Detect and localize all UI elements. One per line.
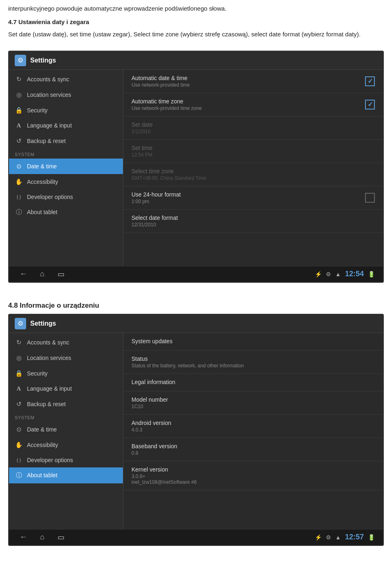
sidebar-label-backup: Backup & reset — [27, 138, 66, 144]
sidebar2-item-location[interactable]: ◎ Location services — [9, 350, 123, 366]
setting-text-sys-updates: System updates — [131, 338, 375, 345]
recents-button-2[interactable]: ▭ — [55, 532, 67, 543]
security-icon: 🔒 — [15, 107, 23, 114]
battery-icon-1: 🔋 — [368, 271, 375, 277]
sidebar2-label-location: Location services — [27, 355, 71, 361]
setting-text-model: Model number 1C10 — [131, 396, 375, 409]
sidebar2-label-datetime: Date & time — [27, 426, 57, 433]
sidebar2-item-security[interactable]: 🔒 Security — [9, 366, 123, 381]
sidebar2-label-language: Language & input — [27, 385, 72, 392]
sidebar-label-language: Language & input — [27, 122, 72, 129]
sidebar2-item-backup[interactable]: ↺ Backup & reset — [9, 396, 123, 412]
setting-set-time: Set time 12:54 PM — [123, 140, 383, 163]
bottom-right-1: ⚡ ⚙ ▲ 12:54 🔋 — [315, 270, 375, 278]
sidebar2-item-about[interactable]: ⓘ About tablet — [9, 467, 123, 483]
intro-paragraph1: interpunkcyjnego powoduje automatyczne w… — [8, 4, 384, 13]
developer-icon: { } — [15, 194, 23, 199]
recents-button-1[interactable]: ▭ — [55, 269, 67, 279]
setting-android[interactable]: Android version 4.0.3 — [123, 415, 383, 438]
sidebar-label-location: Location services — [27, 92, 71, 98]
setting-text-legal: Legal information — [131, 379, 375, 386]
kernel-title: Kernel version — [131, 466, 375, 473]
sidebar-item-accessibility[interactable]: ✋ Accessibility — [9, 174, 123, 190]
sidebar2-item-developer[interactable]: { } Developer options — [9, 453, 123, 467]
sidebar2-item-accessibility[interactable]: ✋ Accessibility — [9, 437, 123, 453]
sidebar-label-accessibility: Accessibility — [27, 179, 58, 185]
baseband-title: Baseband version — [131, 443, 375, 449]
wifi-icon-2: ▲ — [335, 534, 341, 541]
location2-icon: ◎ — [15, 354, 23, 362]
setting-text-status: Status Status of the battery, network, a… — [131, 355, 375, 369]
setting-text-date-format: Select date format 12/31/2010 — [131, 215, 375, 228]
about-icon: ⓘ — [15, 208, 23, 216]
auto-tz-subtitle: Use network-provided time zone — [131, 105, 361, 111]
bottom-right-2: ⚡ ⚙ ▲ 12:57 🔋 — [315, 533, 375, 541]
sidebar-item-location[interactable]: ◎ Location services — [9, 87, 123, 103]
home-button-1[interactable]: ⌂ — [38, 269, 47, 279]
sidebar2-item-language[interactable]: A Language & input — [9, 381, 123, 396]
sidebar-item-language[interactable]: A Language & input — [9, 118, 123, 133]
backup-icon: ↺ — [15, 137, 23, 145]
back-button-1[interactable]: ← — [17, 269, 29, 279]
24hr-checkbox[interactable] — [365, 193, 375, 203]
system2-section-label: SYSTEM — [9, 412, 123, 422]
setting-auto-date-time[interactable]: Automatic date & time Use network-provid… — [123, 70, 383, 93]
setting-auto-timezone[interactable]: Automatic time zone Use network-provided… — [123, 93, 383, 116]
sidebar-item-datetime[interactable]: ⊙ Date & time — [9, 159, 123, 174]
24hr-title: Use 24-hour format — [131, 191, 361, 198]
set-date-subtitle: 1/1/2010 — [131, 129, 375, 134]
bottom-nav-1: ← ⌂ ▭ — [17, 269, 67, 279]
setting-kernel[interactable]: Kernel version 3.0.8+ inet_lzw108@InetSo… — [123, 461, 383, 490]
sidebar2-item-accounts[interactable]: ↻ Accounts & sync — [9, 335, 123, 350]
sidebar2-label-about: About tablet — [27, 472, 58, 478]
sidebar2-label-accounts: Accounts & sync — [27, 339, 69, 346]
sidebar-label-about: About tablet — [27, 209, 58, 215]
clock-1: 12:54 — [345, 270, 364, 278]
sidebar-item-security[interactable]: 🔒 Security — [9, 103, 123, 118]
bottom-bar-1: ← ⌂ ▭ ⚡ ⚙ ▲ 12:54 🔋 — [9, 266, 383, 282]
location-icon: ◎ — [15, 91, 23, 98]
bottom-bar-2: ← ⌂ ▭ ⚡ ⚙ ▲ 12:57 🔋 — [9, 529, 383, 545]
datetime-icon: ⊙ — [15, 163, 23, 170]
settings-body-2: ↻ Accounts & sync ◎ Location services 🔒 … — [9, 333, 383, 529]
setting-24hr[interactable]: Use 24-hour format 1:00 pm — [123, 186, 383, 210]
home-button-2[interactable]: ⌂ — [38, 532, 47, 543]
auto-tz-checkbox[interactable] — [365, 100, 375, 110]
setting-legal[interactable]: Legal information — [123, 374, 383, 391]
screen2-title: Settings — [30, 320, 56, 327]
accessibility2-icon: ✋ — [15, 441, 23, 449]
backup2-icon: ↺ — [15, 400, 23, 408]
setting-text-select-tz: Select time zone GMT+08:00, China Standa… — [131, 168, 375, 181]
24hr-subtitle: 1:00 pm — [131, 199, 361, 204]
setting-select-timezone: Select time zone GMT+08:00, China Standa… — [123, 163, 383, 186]
set-time-subtitle: 12:54 PM — [131, 152, 375, 158]
settings-body-1: ↻ Accounts & sync ◎ Location services 🔒 … — [9, 70, 383, 266]
intro-paragraph2: 4.7 Ustawienia daty i zegara — [8, 18, 384, 27]
date-format-subtitle: 12/31/2010 — [131, 222, 375, 228]
back-button-2[interactable]: ← — [17, 532, 29, 543]
auto-date-subtitle: Use network-provided time — [131, 82, 361, 88]
section2-heading: 4.8 Informacje o urządzeniu — [0, 295, 392, 314]
setting-system-updates[interactable]: System updates — [123, 333, 383, 351]
auto-date-checkbox[interactable] — [365, 76, 375, 86]
setting-model[interactable]: Model number 1C10 — [123, 391, 383, 415]
sidebar-label-datetime: Date & time — [27, 163, 57, 170]
date-format-title: Select date format — [131, 215, 375, 221]
sidebar-2: ↻ Accounts & sync ◎ Location services 🔒 … — [9, 333, 123, 529]
sidebar-item-developer[interactable]: { } Developer options — [9, 190, 123, 204]
sidebar-item-about[interactable]: ⓘ About tablet — [9, 204, 123, 220]
android-title: Android version — [131, 420, 375, 426]
language2-icon: A — [15, 385, 23, 392]
setting-date-format[interactable]: Select date format 12/31/2010 — [123, 210, 383, 233]
setting-status[interactable]: Status Status of the battery, network, a… — [123, 351, 383, 374]
sys-updates-title: System updates — [131, 338, 375, 344]
sidebar-item-accounts-sync[interactable]: ↻ Accounts & sync — [9, 72, 123, 87]
android-screen-2: ⚙ Settings ↻ Accounts & sync ◎ Location … — [8, 314, 384, 546]
sidebar-item-backup[interactable]: ↺ Backup & reset — [9, 133, 123, 149]
setting-baseband[interactable]: Baseband version 0.8 — [123, 438, 383, 461]
sidebar2-item-datetime[interactable]: ⊙ Date & time — [9, 422, 123, 437]
sidebar-label-developer: Developer options — [27, 194, 73, 200]
main-content-2: System updates Status Status of the batt… — [123, 333, 383, 529]
usb-icon-1: ⚡ — [315, 271, 322, 277]
settings-icon-bottom-2: ⚙ — [326, 534, 331, 541]
